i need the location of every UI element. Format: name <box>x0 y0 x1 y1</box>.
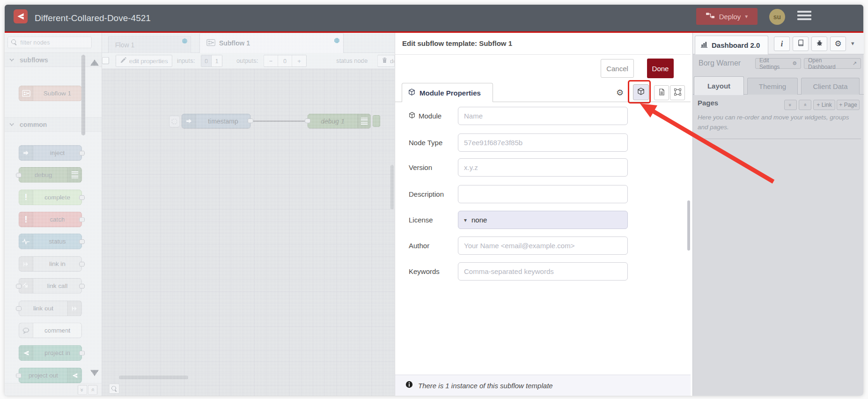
cube-icon <box>409 112 415 120</box>
author-field-label: Author <box>409 236 460 255</box>
deploy-caret-icon[interactable]: ▾ <box>745 13 748 20</box>
palette-node-inject[interactable]: inject <box>19 145 82 161</box>
wire[interactable] <box>253 120 308 122</box>
palette-category-subflows[interactable]: subflows <box>5 52 102 67</box>
palette-node-link-in[interactable]: link in <box>19 256 82 272</box>
palette-node-catch[interactable]: ! catch <box>19 212 82 227</box>
edit-properties-button[interactable]: edit properties <box>116 55 172 67</box>
palette-category-common[interactable]: common <box>5 117 102 132</box>
done-button[interactable]: Done <box>647 59 674 78</box>
debug-list-icon <box>357 114 370 128</box>
canvas-node-debug-1[interactable]: debug 1 <box>308 114 371 128</box>
dialog-footer: There is 1 instance of this subflow temp… <box>395 375 691 396</box>
collapse-categories-button[interactable]: » <box>78 385 87 395</box>
node-type-field[interactable] <box>458 133 628 152</box>
license-field-label: License <box>409 211 460 229</box>
node-red-logo-icon <box>14 9 28 23</box>
move-down-button[interactable]: » <box>799 100 811 110</box>
palette-node-project-in[interactable]: project in <box>19 345 82 361</box>
output-port <box>79 217 85 222</box>
outputs-decrement-button[interactable]: − <box>264 55 278 66</box>
canvas-search-button[interactable] <box>109 384 119 394</box>
version-field[interactable] <box>458 158 628 177</box>
sidebar-caret-icon[interactable]: ▾ <box>851 40 854 47</box>
dialog-title: Edit subflow template: Subflow 1 <box>402 33 683 54</box>
keywords-field[interactable] <box>458 262 628 281</box>
flow-canvas[interactable]: timestamp debug 1 <box>102 69 395 396</box>
status-node-checkbox[interactable] <box>102 57 109 64</box>
debug-bug-button[interactable] <box>811 37 827 51</box>
palette-node-subflow1[interactable]: Subflow 1 <box>19 86 82 101</box>
move-up-button[interactable]: » <box>784 100 797 110</box>
tab-layout[interactable]: Layout <box>694 76 744 95</box>
info-button[interactable]: i <box>774 37 790 51</box>
debug-list-icon <box>67 168 81 182</box>
tab-subflow-1[interactable]: Subflow 1 <box>199 33 344 53</box>
chevron-down-icon <box>9 121 14 126</box>
cancel-button[interactable]: Cancel <box>601 59 634 78</box>
description-field[interactable] <box>458 185 628 203</box>
dialog-scrollbar[interactable] <box>687 200 690 251</box>
book-icon <box>797 39 804 48</box>
search-icon <box>111 386 118 392</box>
description-button[interactable] <box>654 85 669 100</box>
output-port[interactable] <box>248 118 253 123</box>
add-link-button[interactable]: + Link <box>813 100 835 110</box>
chevron-down-icon <box>9 57 14 61</box>
deploy-button[interactable]: Deploy ▾ <box>696 8 758 25</box>
palette-node-debug[interactable]: debug <box>19 167 82 183</box>
open-dashboard-button[interactable]: Open Dashboard ↗ <box>804 58 861 69</box>
inputs-option-0[interactable]: 0 <box>201 55 212 66</box>
gear-icon: ⚙ <box>792 60 797 66</box>
status-wave-icon <box>19 234 33 249</box>
palette-node-status[interactable]: status <box>19 234 82 249</box>
tab-flow-1[interactable]: Flow 1 <box>108 36 191 53</box>
stub-port-icon <box>172 119 177 124</box>
author-field[interactable] <box>458 236 628 255</box>
canvas-vertical-scrollbar[interactable] <box>390 165 394 209</box>
inputs-option-1[interactable]: 1 <box>212 55 222 66</box>
module-field[interactable] <box>458 107 628 125</box>
palette-node-link-out[interactable]: link out <box>19 301 82 316</box>
canvas-node-timestamp[interactable]: timestamp <box>182 114 250 128</box>
settings-gear-button[interactable]: ⚙ <box>830 37 846 51</box>
tab-theming[interactable]: Theming <box>747 78 798 95</box>
expand-categories-button[interactable]: » <box>88 385 97 395</box>
tab-module-properties[interactable]: Module Properties <box>402 83 493 102</box>
input-port <box>16 173 22 177</box>
license-select[interactable]: ▾ none <box>458 211 628 229</box>
palette-scroll-up-icon[interactable] <box>90 59 99 66</box>
help-book-button[interactable] <box>793 37 809 51</box>
palette-node-project-out[interactable]: project out <box>19 368 82 383</box>
add-page-button[interactable]: + Page <box>837 100 860 110</box>
input-port <box>16 306 22 311</box>
outputs-value[interactable]: 0 <box>278 55 292 66</box>
subflow-input-stub[interactable] <box>169 116 180 127</box>
main-menu-button[interactable] <box>797 11 811 22</box>
tab-client-data[interactable]: Client Data <box>801 78 860 95</box>
delete-subflow-button[interactable]: delete subflow <box>377 55 395 67</box>
output-port <box>79 284 85 288</box>
debug-toggle-button[interactable] <box>373 115 380 127</box>
palette-node-complete[interactable]: ! complete <box>19 190 82 205</box>
palette-scrollbar[interactable] <box>81 55 85 135</box>
palette-filter-input[interactable]: filter nodes <box>7 37 92 48</box>
outputs-increment-button[interactable]: + <box>292 55 306 66</box>
appearance-button[interactable] <box>670 85 685 100</box>
divider <box>703 139 861 139</box>
input-port[interactable] <box>305 118 310 123</box>
user-avatar[interactable]: su <box>769 9 785 25</box>
right-sidebar: Dashboard 2.0 i ⚙ ▾ Borg Warner Edit Set… <box>692 33 863 396</box>
edit-settings-button[interactable]: Edit Settings ⚙ <box>755 58 801 69</box>
canvas-horizontal-scrollbar[interactable] <box>119 376 188 379</box>
palette-scroll-down-icon[interactable] <box>90 370 99 376</box>
license-value: none <box>471 216 487 224</box>
properties-gear-button[interactable]: ⚙ <box>612 85 627 100</box>
tab-dashboard-2[interactable]: Dashboard 2.0 <box>695 36 768 54</box>
header-bar: Different-Collared-Dove-4521 Deploy ▾ su <box>5 5 863 33</box>
exclamation-icon: ! <box>19 212 33 227</box>
palette-node-link-call[interactable]: link call <box>19 278 82 294</box>
palette-node-comment[interactable]: comment <box>19 323 82 338</box>
instance-count-note: There is 1 instance of this subflow temp… <box>418 382 553 390</box>
deploy-label: Deploy <box>719 13 741 21</box>
